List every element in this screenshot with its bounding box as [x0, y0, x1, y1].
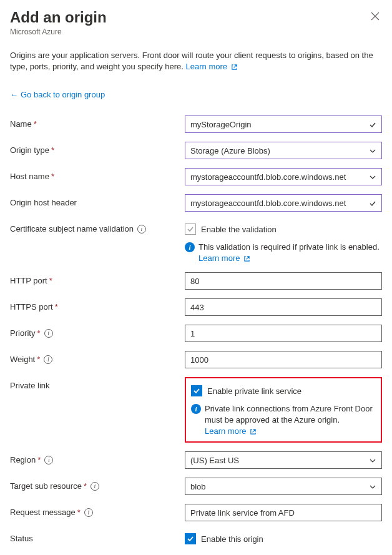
- region-select[interactable]: (US) East US: [185, 451, 382, 469]
- back-link[interactable]: ←Go back to origin group: [10, 90, 382, 99]
- info-icon[interactable]: i: [91, 482, 99, 491]
- https-port-label: HTTPS port: [10, 302, 53, 312]
- chevron-down-icon: [369, 482, 376, 491]
- http-port-label: HTTP port: [10, 276, 47, 285]
- required-indicator: *: [49, 276, 52, 285]
- required-indicator: *: [37, 328, 40, 338]
- status-label: Status: [10, 534, 33, 543]
- info-icon[interactable]: i: [84, 508, 93, 517]
- request-message-label: Request message: [10, 508, 76, 517]
- required-indicator: *: [34, 119, 37, 129]
- info-icon[interactable]: i: [137, 225, 146, 233]
- target-sub-resource-select[interactable]: blob: [185, 478, 382, 495]
- info-blue-icon: i: [191, 404, 201, 414]
- chevron-down-icon: [369, 146, 376, 155]
- priority-input[interactable]: [185, 325, 382, 342]
- required-indicator: *: [51, 172, 54, 181]
- host-name-select[interactable]: mystorageaccountfd.blob.core.windows.net: [185, 168, 382, 185]
- required-indicator: *: [37, 455, 41, 464]
- origin-host-header-label: Origin host header: [10, 198, 77, 207]
- check-icon: [369, 199, 376, 208]
- cert-validation-label: Certificate subject name validation: [10, 224, 134, 233]
- chevron-down-icon: [369, 456, 376, 465]
- private-link-checkbox-label: Enable private link service: [207, 386, 301, 396]
- required-indicator: *: [51, 145, 54, 155]
- request-message-input[interactable]: [185, 504, 382, 521]
- description-learn-more-link[interactable]: Learn more: [186, 62, 238, 71]
- host-name-label: Host name: [10, 172, 49, 181]
- close-icon: [371, 12, 380, 21]
- info-blue-icon: i: [185, 242, 195, 252]
- status-checkbox-label: Enable this origin: [201, 534, 263, 544]
- cert-validation-checkbox-label: Enable the validation: [201, 225, 277, 234]
- status-checkbox[interactable]: [185, 533, 196, 544]
- page-subtitle: Microsoft Azure: [10, 27, 107, 36]
- cert-validation-learn-more-link[interactable]: Learn more: [198, 253, 250, 263]
- back-arrow-icon: ←: [10, 90, 18, 99]
- region-label: Region: [10, 455, 36, 464]
- chevron-down-icon: [369, 172, 376, 182]
- https-port-input[interactable]: [185, 298, 382, 316]
- required-indicator: *: [84, 481, 87, 491]
- close-button[interactable]: [368, 9, 382, 22]
- cert-validation-checkbox[interactable]: [185, 223, 196, 235]
- weight-input[interactable]: [185, 351, 382, 368]
- origin-type-label: Origin type: [10, 145, 49, 155]
- external-link-icon: [231, 64, 238, 71]
- origin-host-header-input[interactable]: mystorageaccountfd.blob.core.windows.net: [185, 194, 382, 212]
- private-link-learn-more-link[interactable]: Learn more: [205, 426, 257, 436]
- private-link-checkbox[interactable]: [191, 385, 202, 396]
- check-icon: [369, 120, 376, 129]
- priority-label: Priority: [10, 328, 35, 338]
- cert-validation-info: This validation is required if private l…: [198, 242, 382, 263]
- origin-type-select[interactable]: Storage (Azure Blobs): [185, 142, 382, 159]
- info-icon[interactable]: i: [44, 456, 53, 464]
- external-link-icon: [250, 428, 257, 435]
- private-link-label: Private link: [10, 381, 50, 390]
- page-title: Add an origin: [10, 9, 107, 26]
- private-link-info: Private link connections from Azure Fron…: [205, 403, 376, 436]
- info-icon[interactable]: i: [44, 329, 53, 338]
- required-indicator: *: [77, 508, 81, 517]
- private-link-highlight: Enable private link service i Private li…: [185, 377, 382, 443]
- description-text: Origins are your application servers. Fr…: [10, 50, 382, 72]
- name-input[interactable]: myStorageOrigin: [185, 115, 382, 133]
- name-label: Name: [10, 119, 32, 129]
- http-port-input[interactable]: [185, 272, 382, 290]
- target-sub-resource-label: Target sub resource: [10, 481, 82, 491]
- required-indicator: *: [37, 355, 40, 364]
- external-link-icon: [243, 255, 250, 262]
- required-indicator: *: [55, 302, 58, 312]
- weight-label: Weight: [10, 355, 35, 364]
- info-icon[interactable]: i: [44, 355, 52, 364]
